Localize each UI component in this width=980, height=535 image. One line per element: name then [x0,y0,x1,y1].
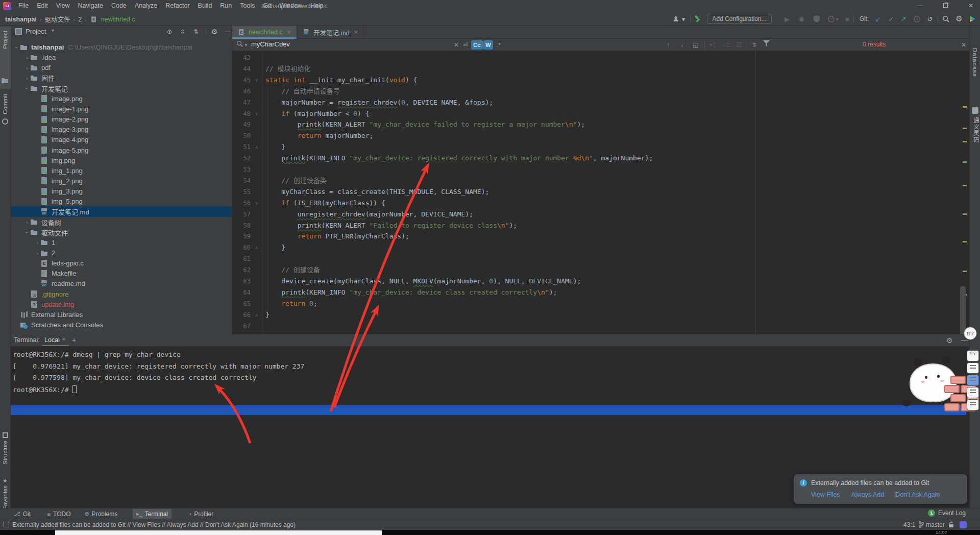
tree-item[interactable]: ›2 [11,248,232,258]
tool-button-profiler[interactable]: ◔Profiler [185,509,217,519]
tree-item[interactable]: ›设备树 [11,217,232,228]
expand-all-icon[interactable]: ⇳ [178,27,187,36]
tree-chevron-icon[interactable]: › [24,75,30,81]
next-occurrence-icon[interactable]: ↓ [677,40,687,50]
git-commit-icon[interactable]: ✓ [886,14,896,24]
tree-chevron-icon[interactable]: › [24,229,30,235]
lingma-status-icon[interactable] [960,521,967,528]
tree-item[interactable]: ›开发笔记 [11,83,232,94]
select-all-occurrences-icon[interactable]: ◱ [691,40,700,50]
search-everywhere-icon[interactable] [941,14,951,24]
notification-action-don-t-ask-again[interactable]: Don't Ask Again [895,491,940,498]
close-tab-icon[interactable]: ✕ [287,29,291,36]
minimize-button[interactable]: — [911,0,928,12]
stop-icon[interactable]: ■ [842,14,852,24]
lock-icon[interactable] [948,521,954,528]
terminal-tab-local[interactable]: Local [44,336,60,344]
profiler-dropdown-icon[interactable]: ▾ [834,14,840,24]
tree-item[interactable]: image-1.png [11,104,232,114]
fold-marker-icon[interactable]: ∧ [254,242,260,253]
sidebar-tab-database[interactable]: Database [970,46,980,102]
user-dropdown-icon[interactable]: ▾ [680,14,687,24]
new-terminal-session-icon[interactable]: + [72,336,76,344]
breadcrumb-item[interactable]: 驱动文件 [45,14,70,24]
close-find-bar-icon[interactable]: ✕ [959,40,968,50]
sidebar-tab-project[interactable]: Project [0,27,11,89]
tree-item[interactable]: img_3.png [11,186,232,197]
add-selection-icon[interactable]: +⌶ [708,40,717,50]
tool-button-terminal[interactable]: ▸_Terminal [133,509,172,519]
tool-button-git[interactable]: ⎇Git [10,509,34,519]
tree-chevron-icon[interactable]: › [24,85,30,91]
sidebar-tab-commit[interactable]: Commit [0,92,11,130]
close-tab-icon[interactable]: ✕ [354,29,358,36]
tree-item[interactable]: update.img [11,299,232,310]
git-branch-name[interactable]: master [926,521,945,528]
toggle-selection-icon[interactable]: ☑ [734,40,744,50]
editor-tab-开发笔记.md[interactable]: 开发笔记.md✕ [297,26,364,39]
notification-action-view-files[interactable]: View Files [811,491,840,498]
taskbar-app-window[interactable] [55,530,382,535]
close-button[interactable]: ✕ [962,0,979,12]
debug-icon[interactable] [796,14,806,24]
tool-button-todo[interactable]: ≡TODO [44,509,75,519]
menu-refactor[interactable]: Refactor [161,0,193,12]
settings-gear-icon[interactable]: ⚙ [954,14,964,24]
words-toggle[interactable]: W [483,40,493,50]
filter-icon[interactable] [763,40,772,50]
menu-edit[interactable]: Edit [33,0,52,12]
menu-navigate[interactable]: Navigate [74,0,107,12]
menu-view[interactable]: View [52,0,74,12]
regex-toggle[interactable]: .* [495,40,503,50]
menu-file[interactable]: File [14,0,33,12]
coverage-icon[interactable] [812,14,822,24]
git-update-icon[interactable]: ↙ [873,14,883,24]
menu-build[interactable]: Build [194,0,216,12]
tree-item[interactable]: leds-gpio.c [11,258,232,269]
status-message[interactable]: Externally added files can be added to G… [12,521,296,528]
tree-item[interactable]: img_2.png [11,176,232,186]
tree-item[interactable]: ›taishanpaiC:\Users\QINGJUE\Desktop\git\… [11,42,232,53]
tree-chevron-icon[interactable]: › [14,44,20,51]
editor-tab-newchrled.c[interactable]: newchrled.c✕ [232,26,297,39]
tree-item[interactable]: readme.md [11,278,232,289]
tree-item[interactable]: img_5.png [11,196,232,207]
panel-settings-icon[interactable]: ⚙ [210,27,219,36]
newline-icon[interactable]: ⏎ [461,40,470,50]
menu-analyze[interactable]: Analyze [131,0,161,12]
tree-chevron-icon[interactable]: › [34,239,40,246]
search-options-icon[interactable]: ≡ [750,40,759,50]
tree-item[interactable]: image-2.png [11,114,232,125]
restore-button[interactable] [937,0,954,12]
tree-item[interactable]: img.png [11,155,232,166]
build-hammer-icon[interactable] [693,14,703,24]
tree-item[interactable]: image-5.png [11,145,232,156]
remove-selection-icon[interactable]: −⌶ [721,40,730,50]
tree-item[interactable]: ›1 [11,237,232,248]
caret-position[interactable]: 43:1 [903,521,915,528]
tree-chevron-icon[interactable]: › [24,65,30,71]
code-editor[interactable]: 4344// 模块初始化45∨static int __init my_char… [232,51,969,334]
menu-run[interactable]: Run [216,0,236,12]
fold-marker-icon[interactable]: ∧ [254,309,260,321]
tree-item[interactable]: ›固件 [11,72,232,83]
locate-file-icon[interactable]: ⊕ [165,27,174,36]
tree-item[interactable]: ›.idea [11,52,232,63]
plugin-colored-icon[interactable] [967,14,977,24]
match-case-toggle[interactable]: Cc [471,40,483,50]
event-log-button[interactable]: 1 Event Log [928,509,966,517]
hide-panel-icon[interactable]: — [223,27,232,36]
git-push-icon[interactable]: ↗ [898,14,909,24]
history-icon[interactable] [912,14,922,24]
prev-occurrence-icon[interactable]: ↑ [664,40,673,50]
sidebar-tab-structure[interactable]: Structure [0,431,11,472]
fold-marker-icon[interactable]: ∨ [254,198,260,209]
tree-item[interactable]: ›pdf [11,62,232,73]
tree-item[interactable]: img_1.png [11,165,232,176]
sidebar-tab-lingma[interactable]: 通义灵码 [970,107,980,168]
terminal-settings-icon[interactable]: ⚙ [946,336,953,345]
notification-action-always-add[interactable]: Always Add [851,491,885,498]
menu-tools[interactable]: Tools [236,0,259,12]
tree-item[interactable]: 开发笔记.md [11,206,232,217]
tree-item[interactable]: Makefile [11,268,232,279]
